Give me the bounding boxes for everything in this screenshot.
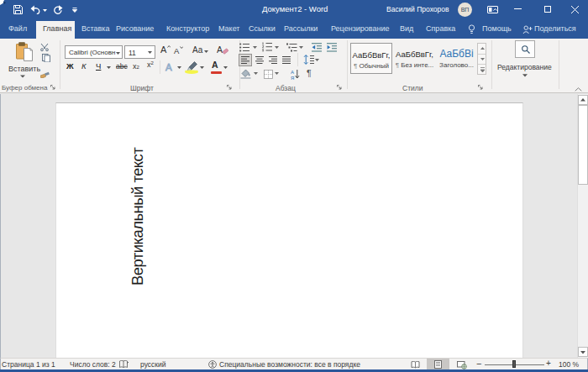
svg-text:Я: Я <box>291 76 294 81</box>
svg-text:А: А <box>217 45 223 55</box>
svg-text:А: А <box>165 62 172 72</box>
svg-text:А: А <box>291 70 294 75</box>
